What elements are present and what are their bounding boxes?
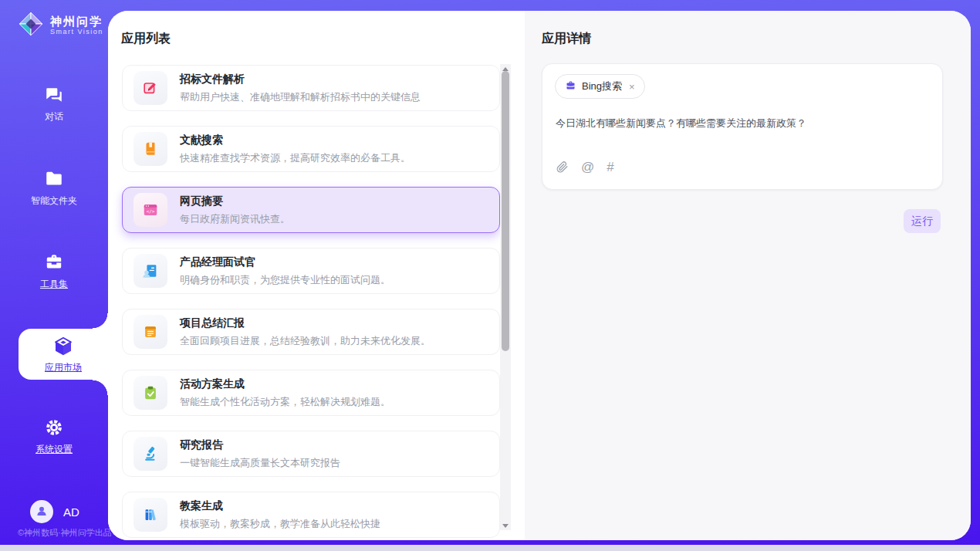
toolbox-icon	[44, 252, 64, 272]
app-card-name: 产品经理面试官	[180, 255, 390, 269]
sidebar-item-4[interactable]: 系统设置	[0, 417, 108, 456]
app-card-0[interactable]: 招标文件解析帮助用户快速、准确地理解和解析招标书中的关键信息	[122, 65, 500, 111]
app-card-5[interactable]: 活动方案生成智能生成个性化活动方案，轻松解决规划难题。	[122, 370, 500, 416]
app-card-description: 智能生成个性化活动方案，轻松解决规划难题。	[180, 395, 390, 409]
app-list-title: 应用列表	[121, 31, 171, 47]
user-label: AD	[63, 505, 79, 519]
selected-nav-notch-top	[93, 313, 108, 329]
app-card-2[interactable]: </>网页摘要每日政府新闻资讯快查。	[122, 187, 500, 233]
app-detail-pane: 应用详情 Bing搜索 × 今日湖北有哪些新闻要点？有哪些需要关注的最新政策？ …	[525, 11, 971, 540]
sidebar-item-label: 工具集	[40, 278, 68, 291]
query-text[interactable]: 今日湖北有哪些新闻要点？有哪些需要关注的最新政策？	[556, 116, 930, 131]
app-icon-tile	[133, 437, 167, 471]
selected-nav-notch-bottom	[93, 380, 108, 395]
app-window: 神州问学 Smart Vision 对话智能文件夹工具集应用市场系统设置 AD …	[0, 0, 980, 551]
app-card-name: 网页摘要	[180, 194, 290, 208]
microscope-icon	[142, 445, 159, 462]
bid-document-icon	[142, 79, 159, 96]
sidebar-item-label: 系统设置	[35, 443, 73, 456]
chat-icon	[44, 85, 64, 105]
scrollbar[interactable]	[500, 64, 511, 530]
gear-icon	[44, 417, 64, 438]
app-card-description: 全面回顾项目进展，总结经验教训，助力未来优化发展。	[180, 334, 431, 348]
user-avatar-icon	[35, 504, 49, 520]
tool-tag-label: Bing搜索	[582, 79, 622, 93]
copyright-footer: ©神州数码·神州问学出品	[18, 527, 112, 539]
app-list-pane: 应用列表 招标文件解析帮助用户快速、准确地理解和解析招标书中的关键信息文献搜索快…	[108, 11, 525, 540]
run-button[interactable]: 运行	[904, 209, 941, 233]
bottom-edge-strip	[0, 545, 980, 551]
sidebar-item-2[interactable]: 工具集	[0, 252, 108, 291]
app-icon-tile	[133, 376, 167, 410]
books-icon	[142, 506, 159, 523]
brand-name: 神州问学	[50, 15, 103, 28]
app-card-name: 活动方案生成	[180, 377, 390, 391]
app-card-description: 帮助用户快速、准确地理解和解析招标书中的关键信息	[180, 90, 421, 104]
app-detail-title: 应用详情	[542, 31, 591, 47]
app-icon-tile	[133, 315, 167, 349]
app-card-description: 一键智能生成高质量长文本研究报告	[180, 456, 340, 470]
app-card-6[interactable]: 研究报告一键智能生成高质量长文本研究报告	[122, 431, 500, 477]
folder-icon	[44, 169, 64, 189]
app-card-7[interactable]: 教案生成模板驱动，教案秒成，教学准备从此轻松快捷	[122, 492, 500, 538]
tag-close-icon[interactable]: ×	[629, 81, 635, 93]
app-icon-tile	[133, 498, 167, 532]
sidebar-item-label: 智能文件夹	[31, 194, 77, 208]
app-card-name: 文献搜索	[180, 134, 411, 147]
tool-tag-bing-search[interactable]: Bing搜索 ×	[555, 74, 645, 99]
app-icon-tile	[133, 254, 167, 288]
brand-tagline: Smart Vision	[50, 28, 103, 35]
at-icon[interactable]: @	[581, 161, 594, 174]
query-input-card[interactable]: Bing搜索 × 今日湖北有哪些新闻要点？有哪些需要关注的最新政策？ @#	[542, 63, 943, 190]
app-card-1[interactable]: 文献搜索快速精准查找学术资源，提高研究效率的必备工具。	[122, 126, 500, 172]
clipboard-check-icon	[142, 384, 159, 401]
sidebar-item-label: 应用市场	[45, 361, 82, 374]
briefcase-icon	[565, 79, 576, 93]
cube-icon	[52, 335, 75, 358]
app-card-list: 招标文件解析帮助用户快速、准确地理解和解析招标书中的关键信息文献搜索快速精准查找…	[122, 65, 500, 540]
interviewer-icon	[142, 262, 159, 279]
app-icon-tile: </>	[133, 193, 167, 227]
app-card-name: 研究报告	[180, 438, 340, 452]
scrollbar-thumb[interactable]	[502, 71, 509, 351]
app-card-description: 快速精准查找学术资源，提高研究效率的必备工具。	[180, 151, 411, 165]
app-card-description: 模板驱动，教案秒成，教学准备从此轻松快捷	[180, 517, 380, 531]
user-row[interactable]: AD	[30, 500, 79, 523]
sidebar-item-0[interactable]: 对话	[0, 85, 108, 123]
input-toolbar: @#	[556, 161, 614, 174]
sidebar-item-3[interactable]: 应用市场	[19, 329, 108, 380]
app-card-name: 项目总结汇报	[180, 316, 431, 330]
app-icon-tile	[133, 71, 167, 105]
sidebar-item-1[interactable]: 智能文件夹	[0, 169, 108, 208]
sidebar: 神州问学 Smart Vision 对话智能文件夹工具集应用市场系统设置 AD …	[0, 0, 108, 545]
diamond-logo-icon	[17, 10, 45, 41]
webpage-icon: </>	[142, 201, 159, 218]
hash-icon[interactable]: #	[607, 161, 613, 174]
app-card-4[interactable]: 项目总结汇报全面回顾项目进展，总结经验教训，助力未来优化发展。	[122, 309, 500, 355]
app-card-name: 招标文件解析	[180, 73, 421, 86]
app-card-description: 明确身份和职责，为您提供专业性的面试问题。	[180, 273, 390, 287]
book-icon	[142, 140, 159, 157]
app-icon-tile	[133, 132, 167, 166]
notepad-icon	[142, 323, 159, 340]
app-card-3[interactable]: 产品经理面试官明确身份和职责，为您提供专业性的面试问题。	[122, 248, 500, 294]
app-card-description: 每日政府新闻资讯快查。	[180, 212, 290, 226]
svg-text:</>: </>	[147, 208, 155, 214]
paperclip-icon[interactable]	[556, 161, 569, 174]
app-card-name: 教案生成	[180, 499, 380, 513]
content-panel: 应用列表 招标文件解析帮助用户快速、准确地理解和解析招标书中的关键信息文献搜索快…	[108, 11, 971, 540]
sidebar-item-label: 对话	[45, 110, 63, 123]
brand-logo: 神州问学 Smart Vision	[17, 10, 103, 41]
avatar[interactable]	[30, 500, 53, 523]
scrollbar-down-arrow-icon[interactable]	[500, 521, 511, 530]
